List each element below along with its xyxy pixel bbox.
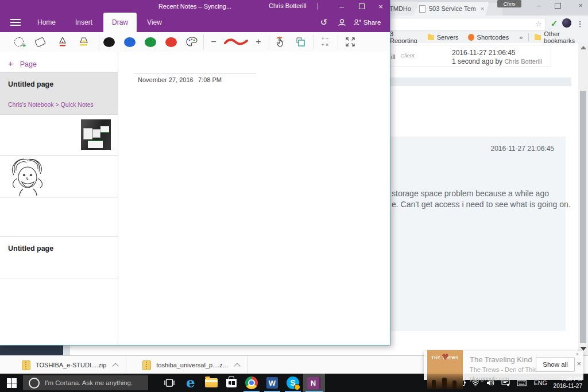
add-page-label: Page xyxy=(20,60,37,68)
scroll-up-icon[interactable] xyxy=(581,46,586,49)
other-bookmarks[interactable]: Other bookmarks xyxy=(544,30,588,44)
download-filename: TOSHIBA_e-STUDI....zip xyxy=(36,362,106,368)
row-meta: 1 second ago by Chris Botterill xyxy=(452,57,542,65)
titlebar-divider xyxy=(318,3,318,10)
task-view-icon xyxy=(164,379,175,387)
skype-button[interactable]: S xyxy=(283,374,303,392)
note-canvas[interactable]: November 27, 2016 7:08 PM xyxy=(118,52,390,345)
word-button[interactable]: W xyxy=(262,374,283,392)
browser-profile-badge[interactable]: Chris xyxy=(497,0,521,7)
bookmark-servers[interactable]: Servers xyxy=(437,34,459,41)
pen-color-green[interactable] xyxy=(145,37,156,47)
pen-color-blue[interactable] xyxy=(124,37,136,47)
ink-to-math-icon[interactable]: +− ÷× xyxy=(318,35,333,49)
browser-minimize-button[interactable]: – xyxy=(531,0,547,10)
tab-insert[interactable]: Insert xyxy=(69,13,99,32)
browser-menu-icon[interactable]: ⋮ xyxy=(575,17,585,30)
pen-color-red[interactable] xyxy=(165,37,177,47)
highlighter-icon[interactable] xyxy=(77,35,91,49)
start-button[interactable] xyxy=(0,374,23,392)
page-item-blank-1[interactable] xyxy=(0,197,118,236)
cortana-search-box[interactable]: I'm Cortana. Ask me anything. xyxy=(23,375,148,390)
file-explorer-button[interactable] xyxy=(201,374,222,392)
minimize-button[interactable]: – xyxy=(334,0,350,13)
copy-ink-icon[interactable] xyxy=(293,35,308,49)
store-button[interactable] xyxy=(222,374,241,392)
bookmark-shortcodes[interactable]: Shortcodes xyxy=(477,34,509,41)
page-time: 7:08 PM xyxy=(198,76,222,83)
undo-icon[interactable]: ↺ xyxy=(316,13,332,32)
bookmark-reporting[interactable]: 3 Reporting xyxy=(390,30,420,44)
extension-circle-icon[interactable] xyxy=(562,18,571,28)
page-item-sketch[interactable] xyxy=(0,156,118,197)
browser-restore-button[interactable] xyxy=(555,3,561,9)
lasso-select-icon[interactable]: + xyxy=(11,35,26,49)
chrome-button[interactable] xyxy=(241,374,262,392)
desktop: TMDHo × 503 Service Tem × Chris – × ☆ ✓ … xyxy=(0,0,588,392)
account-icon[interactable] xyxy=(334,13,349,32)
folder-icon xyxy=(535,35,541,40)
touch-keyboard-icon[interactable] xyxy=(517,380,527,386)
tab-draw[interactable]: Draw xyxy=(103,13,137,32)
page-footer-strip xyxy=(0,345,63,355)
tab-home[interactable]: Home xyxy=(32,13,61,32)
search-placeholder: I'm Cortana. Ask me anything. xyxy=(45,379,133,386)
client-label: Client xyxy=(400,52,414,59)
page-item-photo[interactable] xyxy=(0,115,118,155)
page-item-selected[interactable]: Untitled page Chris's Notebook > Quick N… xyxy=(0,73,118,114)
tab-view[interactable]: View xyxy=(141,13,168,32)
titlebar-user: Chris Botterill xyxy=(269,2,306,9)
download-menu-icon[interactable] xyxy=(113,363,119,369)
download-item-2[interactable]: toshiba_universal_p....z... xyxy=(126,356,248,374)
notification-title: The Traveling Kind xyxy=(470,355,532,364)
maximize-button[interactable] xyxy=(354,0,370,13)
page-item-untitled-2[interactable]: Untitled page xyxy=(0,237,118,278)
comment-card xyxy=(379,137,566,331)
tab-label: TMDHo xyxy=(389,5,411,12)
download-menu-icon[interactable] xyxy=(234,363,240,369)
onenote-button-active[interactable]: N xyxy=(303,374,325,392)
page-title: Untitled page xyxy=(0,237,118,253)
download-item-1[interactable]: TOSHIBA_e-STUDI....zip xyxy=(0,356,126,374)
address-bar[interactable] xyxy=(390,18,546,30)
shortcodes-icon xyxy=(468,34,474,41)
draw-with-touch-icon[interactable] xyxy=(273,35,287,49)
notification-source: play.google.com xyxy=(470,375,509,382)
language-indicator[interactable]: ENG xyxy=(534,379,547,386)
browser-tab-2[interactable]: 503 Service Tem × xyxy=(413,2,494,15)
page-item-blank-2[interactable] xyxy=(0,278,118,345)
tab-close-icon[interactable]: × xyxy=(481,5,484,12)
scrollbar-thumb[interactable] xyxy=(580,91,586,343)
stroke-increase-button[interactable]: + xyxy=(253,35,264,49)
pen-icon[interactable] xyxy=(56,35,69,49)
stroke-decrease-button[interactable]: − xyxy=(208,35,219,49)
task-view-button[interactable] xyxy=(158,374,180,392)
bookmark-star-icon[interactable]: ☆ xyxy=(533,18,544,29)
silhouette xyxy=(432,380,436,389)
eraser-icon[interactable] xyxy=(34,37,46,48)
skype-badge xyxy=(294,384,300,390)
scroll-down-icon[interactable] xyxy=(581,347,586,351)
pen-color-black[interactable] xyxy=(103,37,115,47)
title-underline xyxy=(134,73,256,74)
word-icon: W xyxy=(266,377,278,389)
windows-logo-icon xyxy=(7,378,17,388)
close-button[interactable]: × xyxy=(373,0,389,13)
divider xyxy=(528,33,529,41)
share-button[interactable]: Share xyxy=(350,13,384,32)
browser-close-button[interactable]: × xyxy=(573,0,588,10)
hamburger-menu-icon[interactable] xyxy=(7,13,24,32)
edge-icon: e xyxy=(186,377,195,389)
bookmarks-overflow-icon[interactable]: » xyxy=(519,34,523,41)
notification-close-small-icon[interactable]: × xyxy=(576,351,579,357)
page-breadcrumb: Chris's Notebook > Quick Notes xyxy=(0,101,118,108)
show-all-button[interactable]: Show all xyxy=(536,357,575,372)
onenote-sidebar: +Page Untitled page Chris's Notebook > Q… xyxy=(0,52,118,345)
notification-close-icon[interactable]: × xyxy=(577,359,581,368)
extension-check-icon[interactable]: ✓ xyxy=(548,18,560,29)
edge-button[interactable]: e xyxy=(180,374,201,392)
add-page-button[interactable]: +Page xyxy=(0,52,118,68)
color-palette-icon[interactable] xyxy=(185,35,199,49)
fullscreen-icon[interactable] xyxy=(342,35,358,49)
page-title: Untitled page xyxy=(0,73,118,88)
